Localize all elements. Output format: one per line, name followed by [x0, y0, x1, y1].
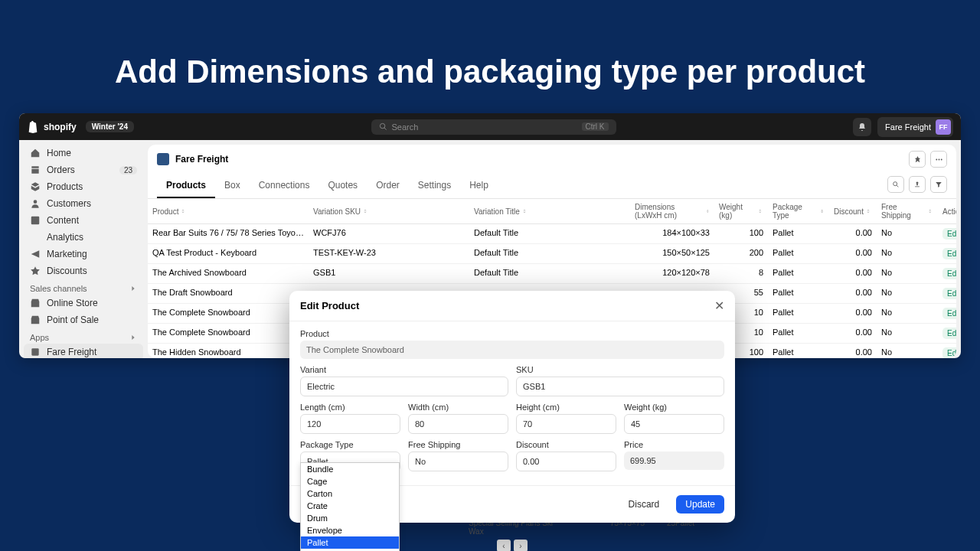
filter-button[interactable]: [930, 176, 947, 193]
prev-page-button[interactable]: ‹: [497, 540, 511, 551]
section-channels: Sales channels: [24, 279, 143, 295]
store-icon: [30, 315, 41, 325]
column-header[interactable]: Dimensions (LxWxH cm): [630, 199, 714, 223]
column-header[interactable]: Variation Title: [469, 199, 630, 223]
width-input[interactable]: [408, 414, 508, 434]
dropdown-option-carton[interactable]: Carton: [301, 487, 399, 500]
column-header[interactable]: Product: [148, 199, 309, 223]
tabs: ProductsBoxConnectionsQuotesOrderSetting…: [148, 174, 956, 199]
sidebar-item-products[interactable]: Products: [24, 178, 143, 195]
edit-button[interactable]: Edit: [942, 347, 956, 358]
free-shipping-label: Free Shipping: [408, 440, 508, 449]
edit-button[interactable]: Edit: [942, 308, 956, 319]
more-button[interactable]: [930, 151, 947, 168]
hero-title: Add Dimensions and packaging type per pr…: [0, 0, 980, 113]
sort-icon: [521, 208, 528, 214]
column-header[interactable]: Action: [938, 199, 956, 223]
tab-products[interactable]: Products: [157, 174, 215, 198]
dropdown-option-crate[interactable]: Crate: [301, 500, 399, 512]
pin-button[interactable]: [909, 151, 926, 168]
close-button[interactable]: ✕: [714, 298, 724, 313]
page-header: Fare Freight: [148, 145, 956, 174]
width-label: Width (cm): [408, 403, 508, 412]
length-input[interactable]: [300, 414, 400, 434]
column-header[interactable]: Discount: [829, 199, 877, 223]
orders-icon: [30, 165, 41, 175]
discount-input[interactable]: [516, 452, 616, 471]
user-menu[interactable]: Fare Freight FF: [877, 117, 953, 137]
edit-button[interactable]: Edit: [942, 228, 956, 240]
weight-label: Weight (kg): [624, 403, 724, 412]
tab-settings[interactable]: Settings: [409, 174, 460, 198]
column-header[interactable]: Variation SKU: [309, 199, 400, 223]
update-button[interactable]: Update: [676, 495, 724, 514]
chevron-right-icon: [129, 285, 137, 292]
column-header[interactable]: Package Type: [768, 199, 829, 223]
home-icon: [30, 148, 41, 158]
season-badge: Winter '24: [86, 121, 134, 132]
search-filter-button[interactable]: [887, 176, 904, 193]
weight-input[interactable]: [624, 414, 724, 434]
package-type-label: Package Type: [300, 440, 400, 449]
product-label: Product: [300, 329, 724, 338]
edit-button[interactable]: Edit: [942, 288, 956, 299]
package-type-dropdown[interactable]: BundleCageCartonCrateDrumEnvelopePalletP…: [300, 462, 400, 551]
sort-icon: [927, 208, 933, 214]
product-field[interactable]: The Complete Snowboard: [300, 341, 724, 359]
free-shipping-input[interactable]: [408, 452, 508, 471]
app-icon: [157, 153, 169, 165]
tab-quotes[interactable]: Quotes: [318, 174, 367, 198]
sidebar-item-home[interactable]: Home: [24, 145, 143, 161]
dropdown-option-pallet[interactable]: Pallet: [301, 536, 399, 549]
user-name: Fare Freight: [885, 122, 931, 132]
table-row: Rear Bar Suits 76 / 75/ 78 Series Toyota…: [148, 224, 956, 244]
sidebar-item-fare-freight[interactable]: Fare Freight: [24, 344, 143, 358]
price-input[interactable]: [624, 452, 724, 470]
sort-icon: [705, 208, 710, 214]
dropdown-option-envelope[interactable]: Envelope: [301, 524, 399, 536]
notifications-button[interactable]: [853, 118, 871, 136]
sku-field[interactable]: GSB1: [516, 377, 724, 396]
sidebar-item-discounts[interactable]: Discounts: [24, 262, 143, 279]
tab-help[interactable]: Help: [460, 174, 498, 198]
tab-order[interactable]: Order: [367, 174, 409, 198]
products-icon: [30, 181, 41, 192]
search-icon: [379, 122, 387, 131]
sidebar-item-analytics[interactable]: Analytics: [24, 229, 143, 246]
analytics-icon: [30, 232, 41, 243]
height-input[interactable]: [516, 414, 616, 434]
shopify-logo[interactable]: shopify Winter '24: [27, 121, 134, 133]
svg-point-5: [936, 158, 937, 160]
upload-button[interactable]: [909, 176, 926, 193]
column-header[interactable]: [400, 199, 469, 223]
discard-button[interactable]: Discard: [619, 495, 669, 514]
price-label: Price: [624, 440, 724, 449]
tab-box[interactable]: Box: [215, 174, 250, 198]
dropdown-option-drum[interactable]: Drum: [301, 512, 399, 524]
search-input[interactable]: Search Ctrl K: [371, 119, 616, 135]
tab-connections[interactable]: Connections: [250, 174, 319, 198]
sidebar-item-content[interactable]: Content: [24, 212, 143, 229]
edit-button[interactable]: Edit: [942, 328, 956, 339]
sidebar-item-point-of-sale[interactable]: Point of Sale: [24, 311, 143, 328]
column-header[interactable]: Weight (kg): [714, 199, 768, 223]
search-shortcut: Ctrl K: [582, 122, 609, 131]
sidebar-item-online-store[interactable]: Online Store: [24, 295, 143, 311]
table-row: The Archived SnowboardGSB1Default Title1…: [148, 264, 956, 284]
table-header: ProductVariation SKUVariation TitleDimen…: [148, 199, 956, 224]
svg-point-6: [938, 158, 939, 160]
sidebar-item-marketing[interactable]: Marketing: [24, 246, 143, 262]
dropdown-option-cage[interactable]: Cage: [301, 475, 399, 487]
column-header[interactable]: Free Shipping: [877, 199, 938, 223]
sidebar-item-orders[interactable]: Orders23: [24, 161, 143, 178]
chevron-right-icon: [129, 334, 137, 341]
edit-button[interactable]: Edit: [942, 248, 956, 259]
store-icon: [30, 298, 41, 308]
dropdown-option-bundle[interactable]: Bundle: [301, 463, 399, 475]
svg-line-1: [384, 128, 386, 130]
next-page-button[interactable]: ›: [514, 540, 528, 551]
variant-field[interactable]: Electric: [300, 377, 508, 396]
edit-button[interactable]: Edit: [942, 268, 956, 279]
sidebar-item-customers[interactable]: Customers: [24, 195, 143, 212]
svg-rect-4: [31, 348, 38, 355]
